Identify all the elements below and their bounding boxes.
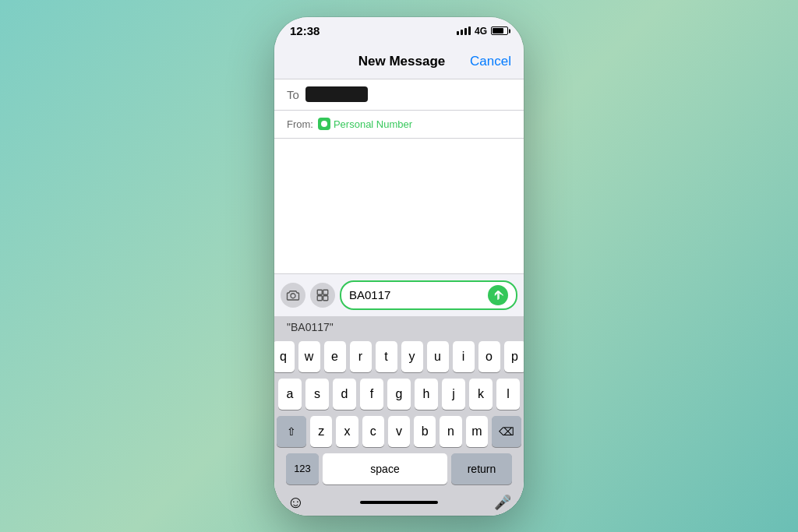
key-p[interactable]: p: [504, 341, 524, 372]
key-d[interactable]: d: [333, 379, 356, 410]
key-j[interactable]: j: [442, 379, 465, 410]
key-l[interactable]: l: [496, 379, 520, 410]
shift-key[interactable]: ⇧: [277, 416, 306, 447]
phone-frame: 12:38 4G New Message Cancel To F: [274, 17, 524, 516]
from-label: From:: [287, 118, 313, 130]
nav-bar: New Message Cancel: [274, 45, 524, 79]
key-c[interactable]: c: [362, 416, 384, 447]
key-a[interactable]: a: [278, 379, 302, 410]
key-e[interactable]: e: [324, 341, 346, 372]
key-f[interactable]: f: [360, 379, 383, 410]
status-time: 12:38: [290, 24, 320, 37]
key-u[interactable]: u: [427, 341, 449, 372]
svg-rect-3: [317, 295, 322, 300]
key-o[interactable]: o: [478, 341, 500, 372]
status-icons: 4G: [457, 26, 508, 37]
from-number[interactable]: Personal Number: [334, 118, 412, 130]
svg-rect-1: [317, 290, 322, 294]
keyboard-bottom: ☺ 🎤: [274, 488, 524, 516]
svg-rect-2: [323, 290, 328, 294]
key-w[interactable]: w: [298, 341, 320, 372]
message-body[interactable]: [274, 139, 524, 273]
personal-number-icon: [318, 118, 330, 130]
key-y[interactable]: y: [401, 341, 423, 372]
numbers-key[interactable]: 123: [286, 453, 319, 484]
delete-key[interactable]: ⌫: [492, 416, 521, 447]
return-key[interactable]: return: [451, 453, 512, 484]
key-n[interactable]: n: [440, 416, 461, 447]
key-k[interactable]: k: [469, 379, 493, 410]
autocomplete-bar[interactable]: "BA0117": [274, 316, 524, 338]
to-recipient: [305, 86, 368, 102]
autocomplete-suggestion: "BA0117": [287, 321, 334, 333]
key-x[interactable]: x: [336, 416, 358, 447]
key-b[interactable]: b: [414, 416, 436, 447]
svg-point-0: [291, 293, 295, 298]
to-label: To: [287, 88, 299, 101]
key-r[interactable]: r: [350, 341, 372, 372]
nav-title: New Message: [358, 54, 446, 69]
key-t[interactable]: t: [376, 341, 397, 372]
keyboard-row-2: a s d f g h j k l: [274, 375, 524, 413]
message-input[interactable]: BA0117: [349, 288, 488, 301]
key-v[interactable]: v: [388, 416, 410, 447]
send-button[interactable]: [488, 285, 508, 305]
keyboard-row-3: ⇧ z x c v b n m ⌫: [274, 413, 524, 450]
to-row: To: [274, 79, 524, 111]
emoji-button[interactable]: ☺: [287, 492, 304, 513]
app-button[interactable]: [310, 283, 335, 308]
microphone-button[interactable]: 🎤: [494, 494, 511, 511]
key-i[interactable]: i: [453, 341, 475, 372]
keyboard: q w e r t y u i o p a s d f g h j k: [274, 338, 524, 516]
key-h[interactable]: h: [415, 379, 438, 410]
from-row: From: Personal Number: [274, 111, 524, 139]
key-m[interactable]: m: [466, 416, 488, 447]
keyboard-row-4: 123 space return: [274, 450, 524, 488]
cancel-button[interactable]: Cancel: [470, 54, 511, 69]
compose-area: To From: Personal Number: [274, 79, 524, 516]
key-g[interactable]: g: [387, 379, 411, 410]
svg-rect-4: [323, 295, 328, 300]
key-q[interactable]: q: [274, 341, 295, 372]
battery-icon: [491, 26, 508, 35]
message-input-wrapper: BA0117: [340, 280, 517, 310]
input-toolbar: BA0117: [274, 273, 524, 316]
network-label: 4G: [475, 26, 487, 37]
key-s[interactable]: s: [305, 379, 329, 410]
keyboard-row-1: q w e r t y u i o p: [274, 338, 524, 375]
signal-icon: [457, 26, 471, 35]
space-key[interactable]: space: [323, 453, 447, 484]
status-bar: 12:38 4G: [274, 17, 524, 45]
key-z[interactable]: z: [310, 416, 332, 447]
camera-button[interactable]: [281, 283, 305, 308]
home-indicator: [360, 501, 438, 504]
